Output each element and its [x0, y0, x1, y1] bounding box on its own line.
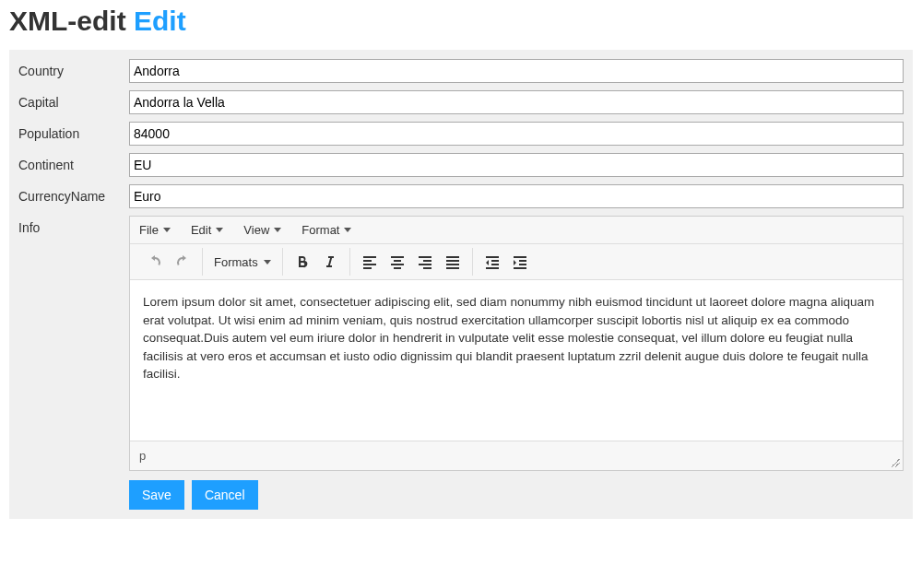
page-title-main: XML-edit	[9, 6, 126, 36]
form-panel: Country Capital Population Continent Cur…	[9, 50, 913, 519]
undo-button[interactable]	[141, 250, 169, 274]
redo-button[interactable]	[169, 250, 196, 274]
editor-toolbar: Formats	[130, 244, 903, 280]
chevron-down-icon	[344, 228, 351, 232]
formats-dropdown[interactable]: Formats	[208, 253, 277, 272]
bold-icon	[295, 254, 310, 269]
indent-icon	[513, 254, 527, 269]
chevron-down-icon	[264, 260, 271, 265]
redo-icon	[175, 254, 190, 269]
input-currency-name[interactable]	[129, 184, 904, 208]
bold-button[interactable]	[289, 250, 316, 274]
formats-label: Formats	[214, 255, 258, 269]
label-capital: Capital	[18, 90, 129, 110]
menu-file-label: File	[139, 223, 159, 237]
row-country: Country	[18, 59, 904, 83]
input-country[interactable]	[129, 59, 904, 83]
label-currency-name: CurrencyName	[18, 184, 129, 204]
menu-edit[interactable]: Edit	[189, 220, 225, 240]
menu-edit-label: Edit	[191, 223, 211, 237]
page-title: XML-edit Edit	[9, 6, 913, 37]
menu-file[interactable]: File	[137, 220, 172, 240]
italic-icon	[323, 254, 337, 269]
row-capital: Capital	[18, 90, 904, 114]
align-center-button[interactable]	[384, 250, 411, 274]
italic-button[interactable]	[316, 250, 344, 274]
label-continent: Continent	[18, 153, 129, 172]
outdent-icon	[485, 254, 500, 269]
resize-handle[interactable]	[890, 457, 901, 468]
align-right-icon	[418, 254, 432, 269]
chevron-down-icon	[163, 228, 171, 232]
input-capital[interactable]	[129, 90, 904, 114]
form-actions: Save Cancel	[129, 480, 904, 510]
align-right-button[interactable]	[411, 250, 439, 274]
menu-format[interactable]: Format	[300, 220, 353, 240]
rich-text-editor: File Edit View Format	[129, 216, 904, 471]
align-left-button[interactable]	[356, 250, 384, 274]
menu-format-label: Format	[301, 223, 339, 237]
editor-menubar: File Edit View Format	[130, 217, 903, 244]
input-continent[interactable]	[129, 153, 904, 177]
editor-statusbar: p	[130, 441, 903, 470]
label-country: Country	[18, 59, 129, 78]
align-justify-icon	[445, 254, 460, 269]
cancel-button[interactable]: Cancel	[192, 480, 258, 510]
label-info: Info	[18, 216, 129, 235]
page-title-accent: Edit	[134, 6, 186, 36]
label-population: Population	[18, 122, 129, 141]
align-justify-button[interactable]	[439, 250, 467, 274]
row-population: Population	[18, 122, 904, 146]
undo-icon	[148, 254, 162, 269]
chevron-down-icon	[274, 228, 281, 232]
row-continent: Continent	[18, 153, 904, 177]
menu-view-label: View	[243, 223, 269, 237]
editor-content[interactable]: Lorem ipsum dolor sit amet, consectetuer…	[130, 280, 903, 441]
menu-view[interactable]: View	[242, 220, 283, 240]
outdent-button[interactable]	[479, 250, 506, 274]
row-currency-name: CurrencyName	[18, 184, 904, 208]
chevron-down-icon	[216, 228, 223, 232]
align-center-icon	[390, 254, 405, 269]
editor-element-path[interactable]: p	[139, 449, 146, 463]
input-population[interactable]	[129, 122, 904, 146]
save-button[interactable]: Save	[129, 480, 184, 510]
indent-button[interactable]	[506, 250, 534, 274]
align-left-icon	[362, 254, 377, 269]
row-info: Info File Edit View	[18, 216, 904, 471]
